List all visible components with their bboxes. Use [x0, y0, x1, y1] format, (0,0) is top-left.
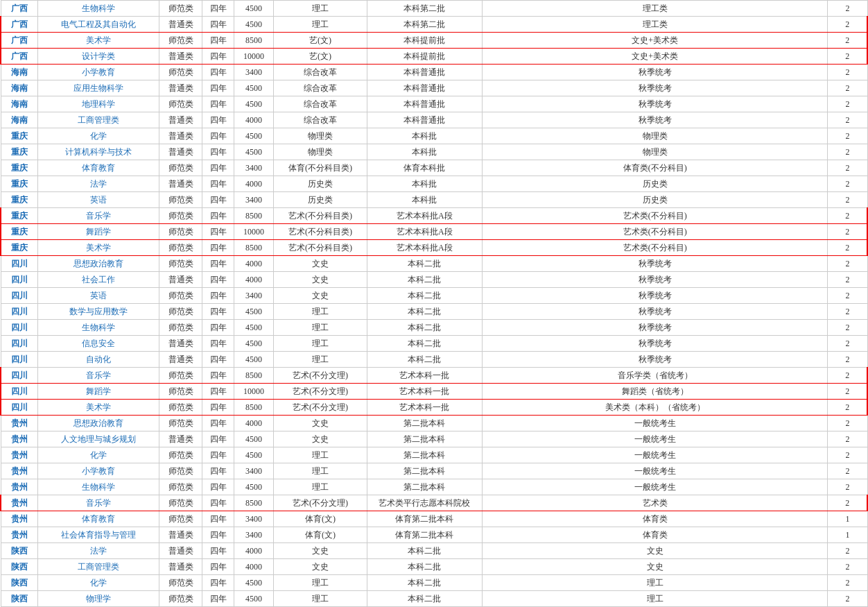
- cell-r7-c1: 工商管理类: [38, 112, 159, 128]
- cell-r36-c6: 本科二批: [367, 575, 482, 591]
- cell-r25-c8: 2: [828, 400, 867, 416]
- cell-r12-c1: 英语: [38, 192, 159, 208]
- cell-r11-c7: 历史类: [483, 176, 828, 192]
- cell-r8-c3: 四年: [202, 128, 234, 144]
- cell-r37-c1: 物理学: [38, 591, 159, 607]
- cell-r25-c6: 艺术本科一批: [367, 400, 482, 416]
- cell-r4-c5: 综合改革: [273, 65, 367, 80]
- cell-r24-c6: 艺术本科一批: [367, 384, 482, 400]
- cell-r6-c7: 秋季统考: [483, 96, 828, 112]
- cell-r20-c1: 生物科学: [38, 320, 159, 336]
- cell-r0-c8: 2: [828, 1, 867, 17]
- cell-r34-c3: 四年: [202, 543, 234, 559]
- cell-r37-c2: 师范类: [159, 591, 202, 607]
- cell-r16-c8: 2: [828, 256, 867, 272]
- cell-r4-c7: 秋季统考: [483, 65, 828, 80]
- cell-r20-c0: 四川: [1, 320, 38, 336]
- cell-r27-c8: 2: [828, 431, 867, 447]
- cell-r35-c7: 文史: [483, 559, 828, 575]
- cell-r20-c3: 四年: [202, 320, 234, 336]
- cell-r28-c6: 第二批本科: [367, 447, 482, 463]
- cell-r34-c1: 法学: [38, 543, 159, 559]
- cell-r19-c0: 四川: [1, 304, 38, 320]
- cell-r14-c1: 舞蹈学: [38, 224, 159, 240]
- cell-r36-c2: 师范类: [159, 575, 202, 591]
- cell-r16-c5: 文史: [273, 256, 367, 272]
- cell-r5-c1: 应用生物科学: [38, 80, 159, 96]
- cell-r35-c2: 普通类: [159, 559, 202, 575]
- cell-r26-c7: 一般统考生: [483, 416, 828, 431]
- cell-r10-c5: 体育(不分科目类): [273, 160, 367, 176]
- main-container: 广西生物科学师范类四年4500理工本科第二批理工类2广西电气工程及其自动化普通类…: [0, 0, 868, 607]
- cell-r0-c2: 师范类: [159, 1, 202, 17]
- cell-r10-c3: 四年: [202, 160, 234, 176]
- cell-r30-c3: 四年: [202, 479, 234, 495]
- cell-r37-c7: 理工: [483, 591, 828, 607]
- cell-r17-c4: 4000: [234, 272, 273, 288]
- cell-r1-c2: 普通类: [159, 17, 202, 33]
- cell-r17-c2: 普通类: [159, 272, 202, 288]
- cell-r6-c2: 师范类: [159, 96, 202, 112]
- cell-r1-c4: 4500: [234, 17, 273, 33]
- cell-r1-c3: 四年: [202, 17, 234, 33]
- cell-r7-c7: 秋季统考: [483, 112, 828, 128]
- cell-r15-c1: 美术学: [38, 240, 159, 256]
- cell-r14-c4: 10000: [234, 224, 273, 240]
- cell-r3-c7: 文史+美术类: [483, 49, 828, 65]
- cell-r24-c0: 四川: [1, 384, 38, 400]
- cell-r23-c7: 音乐学类（省统考）: [483, 368, 828, 384]
- cell-r2-c0: 广西: [1, 33, 38, 49]
- cell-r28-c7: 一般统考生: [483, 447, 828, 463]
- cell-r15-c8: 2: [828, 240, 867, 256]
- cell-r9-c6: 本科批: [367, 144, 482, 160]
- cell-r27-c6: 第二批本科: [367, 431, 482, 447]
- cell-r0-c1: 生物科学: [38, 1, 159, 17]
- cell-r7-c3: 四年: [202, 112, 234, 128]
- cell-r24-c3: 四年: [202, 384, 234, 400]
- cell-r7-c5: 综合改革: [273, 112, 367, 128]
- cell-r37-c0: 陕西: [1, 591, 38, 607]
- cell-r13-c1: 音乐学: [38, 208, 159, 224]
- cell-r15-c0: 重庆: [1, 240, 38, 256]
- cell-r29-c0: 贵州: [1, 463, 38, 479]
- cell-r21-c3: 四年: [202, 336, 234, 352]
- cell-r17-c5: 文史: [273, 272, 367, 288]
- cell-r6-c8: 2: [828, 96, 867, 112]
- cell-r16-c4: 4000: [234, 256, 273, 272]
- cell-r12-c8: 2: [828, 192, 867, 208]
- cell-r35-c6: 本科二批: [367, 559, 482, 575]
- cell-r36-c3: 四年: [202, 575, 234, 591]
- cell-r21-c7: 秋季统考: [483, 336, 828, 352]
- cell-r7-c0: 海南: [1, 112, 38, 128]
- cell-r3-c3: 四年: [202, 49, 234, 65]
- cell-r5-c4: 4500: [234, 80, 273, 96]
- cell-r31-c0: 贵州: [1, 495, 38, 511]
- cell-r29-c4: 3400: [234, 463, 273, 479]
- cell-r25-c7: 美术类（本科）（省统考）: [483, 400, 828, 416]
- cell-r19-c6: 本科二批: [367, 304, 482, 320]
- cell-r5-c5: 综合改革: [273, 80, 367, 96]
- cell-r0-c4: 4500: [234, 1, 273, 17]
- enrollment-table: 广西生物科学师范类四年4500理工本科第二批理工类2广西电气工程及其自动化普通类…: [0, 0, 868, 607]
- cell-r27-c3: 四年: [202, 431, 234, 447]
- cell-r21-c8: 2: [828, 336, 867, 352]
- cell-r9-c0: 重庆: [1, 144, 38, 160]
- cell-r2-c3: 四年: [202, 33, 234, 49]
- cell-r0-c7: 理工类: [483, 1, 828, 17]
- cell-r35-c8: 2: [828, 559, 867, 575]
- cell-r19-c4: 4500: [234, 304, 273, 320]
- cell-r16-c1: 思想政治教育: [38, 256, 159, 272]
- cell-r33-c2: 普通类: [159, 527, 202, 543]
- cell-r30-c0: 贵州: [1, 479, 38, 495]
- cell-r24-c2: 师范类: [159, 384, 202, 400]
- cell-r11-c2: 普通类: [159, 176, 202, 192]
- cell-r17-c8: 2: [828, 272, 867, 288]
- cell-r10-c4: 3400: [234, 160, 273, 176]
- cell-r7-c8: 2: [828, 112, 867, 128]
- cell-r15-c7: 艺术类(不分科目): [483, 240, 828, 256]
- cell-r13-c2: 师范类: [159, 208, 202, 224]
- cell-r25-c5: 艺术(不分文理): [273, 400, 367, 416]
- cell-r33-c6: 体育第二批本科: [367, 527, 482, 543]
- cell-r20-c2: 师范类: [159, 320, 202, 336]
- cell-r12-c4: 3400: [234, 192, 273, 208]
